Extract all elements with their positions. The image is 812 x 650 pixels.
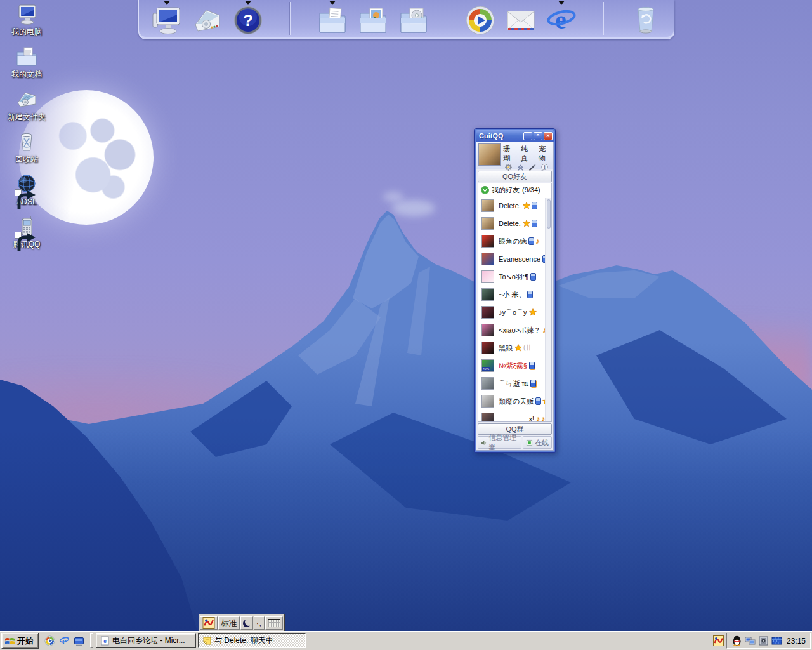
volume-tray-icon[interactable]: [758, 635, 769, 646]
buddy-row[interactable]: ⌒ㄣ逝 ℡: [478, 375, 551, 392]
ime-mode-button[interactable]: 标准: [218, 616, 240, 630]
buddy-name: x!: [528, 415, 534, 422]
running-indicator-icon: [558, 1, 565, 5]
buddy-row[interactable]: To↘o羽:¶: [478, 268, 551, 286]
running-indicator-icon: [245, 1, 251, 5]
buddy-row[interactable]: <xiao>ポ婡？♪: [478, 321, 551, 339]
buddy-avatar: [481, 306, 494, 319]
speaker-icon: [481, 439, 487, 446]
buddy-row[interactable]: ~小 米、: [478, 286, 551, 303]
task-label: 与 Delete. 聊天中: [214, 635, 273, 646]
dock-item-documents-folder[interactable]: [317, 1, 348, 36]
firewall-tray-icon[interactable]: [771, 635, 782, 646]
rollup-button[interactable]: ^: [534, 132, 542, 140]
minimize-button[interactable]: –: [523, 132, 532, 140]
desktop-icon-recycle-bin[interactable]: 回收站: [1, 130, 52, 164]
group-label: 我的好友: [492, 185, 520, 195]
dock-item-media-player[interactable]: [464, 1, 496, 36]
dock-item-pictures-folder[interactable]: [357, 1, 389, 36]
buddy-row[interactable]: ♪y⌒ö⌒y: [478, 303, 551, 321]
message-manager-button[interactable]: 信息管理器: [478, 436, 521, 449]
qq-penguin-tray-icon[interactable]: [731, 635, 742, 646]
dock-spacer: [434, 30, 461, 36]
qq-header-panel: 珊瑚纯真宠物 i: [476, 142, 553, 169]
quicklaunch-media-player-icon[interactable]: [44, 635, 55, 646]
music-note-icon: ♪: [535, 237, 539, 245]
recycle-bin-icon: [630, 4, 662, 36]
star-icon: [514, 344, 522, 352]
ime-indicator-tray-icon[interactable]: [713, 635, 724, 646]
buddy-name-suffix: (卝: [523, 343, 532, 352]
music-note-icon: ♪: [536, 415, 540, 422]
tab-qq-friends[interactable]: QQ好友: [478, 171, 552, 182]
help-icon: ?: [232, 4, 264, 36]
punctuation-icon: ·,: [256, 620, 262, 627]
dock-item-viewer-device[interactable]: [192, 1, 223, 36]
buddy-row[interactable]: 頹廢の天贩: [478, 392, 551, 410]
ime-punct-button[interactable]: ·,: [254, 616, 265, 630]
desktop-icon-my-documents[interactable]: 我的文档: [1, 45, 52, 79]
task-button-forum[interactable]: e 电白同乡论坛 - Micr...: [96, 633, 196, 648]
desktop-screen: ?e 我的电脑我的文档新建文件夹回收站ADSL腾讯QQ CuitQQ –^× 珊…: [0, 0, 812, 650]
buddy-row[interactable]: 黑狼(卝: [478, 339, 551, 357]
desktop-icon-column: 我的电脑我的文档新建文件夹回收站ADSL腾讯QQ: [1, 3, 52, 258]
scrollbar-thumb[interactable]: [547, 199, 551, 229]
network-tray-icon[interactable]: [745, 635, 756, 646]
desktop-icon-label: 我的文档: [1, 70, 52, 79]
taskbar: 开始 e e 电白同乡论坛 - Micr... 与 Delete. 聊天中 23…: [0, 631, 812, 650]
dock-item-mail[interactable]: [505, 1, 537, 36]
buddy-row[interactable]: Delete.: [478, 215, 551, 232]
qq-menu-item-3[interactable]: 宠物: [539, 144, 552, 163]
desktop-icon-label: 我的电脑: [1, 27, 52, 36]
qq-menu-item-1[interactable]: 珊瑚: [503, 144, 516, 163]
qq-window-title: CuitQQ: [479, 132, 522, 140]
task-button-chat[interactable]: 与 Delete. 聊天中: [198, 633, 306, 648]
message-manager-label: 信息管理器: [488, 433, 518, 452]
quicklaunch-show-desktop-icon[interactable]: [74, 635, 84, 646]
buddy-row[interactable]: Evanescence: [478, 250, 551, 268]
start-button[interactable]: 开始: [1, 633, 39, 649]
buddy-row[interactable]: Delete.: [478, 197, 551, 215]
buddy-row[interactable]: 眼角の痣♪: [478, 232, 551, 250]
mobile-status-icon: [530, 273, 536, 281]
dock-item-music-folder[interactable]: [398, 1, 429, 36]
user-avatar[interactable]: [478, 143, 501, 166]
desktop-icon-adsl[interactable]: ADSL: [1, 173, 52, 206]
qq-menu-item-2[interactable]: 纯真: [521, 144, 534, 163]
buddy-name: ♪y⌒ö⌒y: [499, 308, 527, 317]
online-status-button[interactable]: 在线: [523, 436, 552, 449]
qq-window-body: 珊瑚纯真宠物 i QQ好友 我的好友 (9/34) Delete.Delete.…: [476, 142, 554, 451]
ime-softkeyboard-button[interactable]: [265, 616, 283, 630]
dock-item-my-computer[interactable]: [151, 1, 183, 36]
ime-language-bar: 标准 ·,: [199, 614, 284, 632]
ime-logo-button[interactable]: [200, 616, 218, 630]
buddy-avatar: [481, 324, 494, 336]
dock-item-recycle-bin[interactable]: [630, 1, 662, 36]
dock-item-internet-explorer[interactable]: e: [546, 1, 577, 36]
buddy-row[interactable]: x!♪♪: [478, 410, 551, 422]
dock-divider: [290, 2, 291, 35]
internet-explorer-icon: e: [546, 4, 577, 36]
window-buttons: –^×: [522, 132, 553, 140]
buddy-group-header[interactable]: 我的好友 (9/34): [478, 183, 551, 197]
buddy-avatar: [481, 377, 494, 390]
close-button[interactable]: ×: [544, 132, 553, 140]
online-status-icon: [526, 439, 533, 446]
dock-item-help[interactable]: ?: [232, 1, 264, 36]
buddy-status-icons: [523, 202, 537, 209]
media-player-icon: [464, 4, 496, 36]
desktop-icon-new-folder[interactable]: 新建文件夹: [1, 88, 52, 121]
tray-clock: 23:15: [785, 637, 806, 646]
ime-fullhalf-button[interactable]: [240, 616, 253, 630]
buddy-status-icons: [530, 273, 536, 281]
buddy-avatar: [481, 253, 494, 265]
buddy-row[interactable]: N/A№紫ξ霧§: [478, 357, 551, 375]
desktop-icon-my-computer[interactable]: 我的电脑: [1, 3, 52, 36]
quicklaunch-internet-explorer-icon[interactable]: e: [59, 635, 70, 646]
desktop-icon-tencent-qq[interactable]: 腾讯QQ: [1, 215, 52, 249]
buddy-list-scrollbar[interactable]: [545, 198, 551, 422]
taskbar-handle[interactable]: [90, 633, 93, 648]
qq-title-bar[interactable]: CuitQQ –^×: [476, 130, 554, 142]
tray-area: 23:15: [713, 633, 812, 649]
dock-divider: [603, 2, 604, 35]
